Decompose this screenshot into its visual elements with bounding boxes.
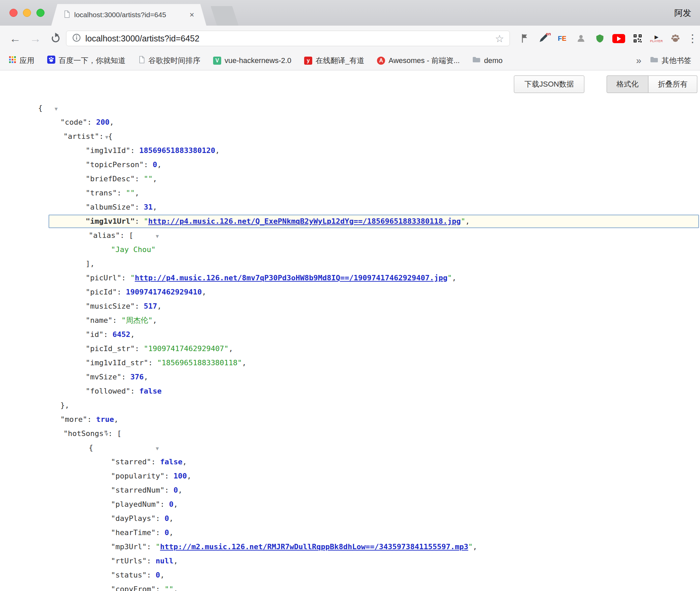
baidu-paw-icon [47, 56, 55, 66]
json-token: , [152, 316, 157, 324]
person-extension-icon[interactable] [574, 31, 588, 46]
translate-pen-extension-icon[interactable]: en [536, 31, 550, 46]
shield-extension-icon[interactable] [593, 31, 607, 46]
json-token: : [135, 344, 144, 353]
bookmark-google-sort[interactable]: 谷歌按时间排序 [138, 56, 200, 66]
json-line: "name": "周杰伦", [0, 313, 700, 328]
json-token: : [117, 189, 126, 197]
json-line: ▼"alias": [ [0, 228, 700, 243]
translate-en-label: en [546, 31, 551, 36]
youtube-extension-icon[interactable] [612, 31, 626, 46]
player-extension-icon[interactable]: ▶ PLAYER [649, 31, 664, 46]
json-token: { [108, 132, 113, 141]
json-token: , [242, 359, 246, 367]
youdao-icon: y [304, 57, 312, 65]
json-line: "picId": 19097417462929410, [0, 285, 700, 299]
json-token: , [187, 472, 191, 480]
minimize-window-button[interactable] [23, 9, 31, 17]
fullscreen-window-button[interactable] [36, 9, 45, 17]
address-bar[interactable]: localhost:3000/artists?id=6452 ☆ [66, 31, 510, 46]
json-viewer: ▼{"code": 200,▼"artist": {"img1v1Id": 18… [0, 101, 700, 591]
reload-button[interactable] [48, 31, 63, 46]
info-icon[interactable] [72, 33, 81, 44]
json-line: "hearTime": 0, [0, 526, 700, 540]
fe-extension-icon[interactable]: FE [555, 31, 569, 46]
bookmark-awesomes[interactable]: A Awesomes - 前端资... [377, 56, 460, 66]
back-button[interactable]: ← [7, 31, 23, 46]
json-token: 18569651883380120 [139, 146, 215, 155]
json-token: "more" [60, 415, 87, 424]
json-token: , [215, 146, 220, 155]
browser-tab[interactable]: localhost:3000/artists?id=645 × [51, 4, 206, 26]
json-url-link[interactable]: http://p4.music.126.net/Q_ExePNkmqB2yWyL… [148, 217, 461, 225]
json-token: : [165, 472, 174, 480]
json-token: "picId" [86, 288, 117, 296]
json-token: "18569651883380118" [157, 359, 242, 367]
json-line: "trans": "", [0, 186, 700, 200]
json-token: : [155, 514, 165, 523]
json-token: { [38, 104, 42, 112]
json-token: : [121, 274, 130, 282]
json-token: "dayPlays" [111, 514, 155, 523]
collapse-toggle-icon[interactable]: ▼ [156, 445, 159, 452]
json-url-link[interactable]: http://m2.music.126.net/RMJR7wDullRqppBk… [160, 542, 468, 551]
new-tab-button[interactable] [211, 6, 239, 26]
json-url-link[interactable]: http://p4.music.126.net/8mv7qP30Pd3oHW8b… [135, 274, 447, 282]
view-mode-segmented-control: 格式化 折叠所有 [607, 75, 697, 93]
bookmark-youdao-translate[interactable]: y 在线翻译_有道 [304, 56, 364, 66]
json-line: ], [0, 257, 700, 271]
browser-menu-icon[interactable]: ⋮ [687, 32, 697, 45]
json-line: "code": 200, [0, 115, 700, 129]
json-token: , [169, 514, 173, 523]
awesomes-icon: A [377, 57, 385, 65]
json-token: , [178, 486, 182, 494]
bookmark-star-icon[interactable]: ☆ [495, 33, 504, 44]
json-token: ], [86, 259, 95, 268]
json-line: "status": 0, [0, 568, 700, 582]
bookmark-apps[interactable]: 应用 [9, 56, 34, 66]
bookmark-demo-folder[interactable]: demo [472, 56, 502, 65]
json-token: : [135, 203, 144, 211]
json-token: "followed" [86, 387, 130, 395]
json-token: 0 [155, 571, 160, 579]
json-token: , [153, 175, 157, 183]
json-token: : [130, 387, 139, 395]
tab-close-icon[interactable]: × [189, 10, 194, 20]
bookmarks-bar: 应用 百度一下，你就知道 谷歌按时间排序 V vue-hackernews-2.… [0, 51, 700, 70]
close-window-button[interactable] [9, 9, 18, 17]
json-line: "followed": false [0, 384, 700, 398]
collapse-toggle-icon[interactable]: ▼ [156, 233, 159, 239]
json-token: : [135, 217, 144, 225]
json-token: : [135, 175, 144, 183]
paw-extension-icon[interactable] [668, 31, 682, 46]
json-token: "albumSize" [86, 203, 135, 211]
json-token: "rtUrls" [111, 557, 147, 565]
qrcode-extension-icon[interactable] [631, 31, 645, 46]
json-token: : [112, 316, 121, 324]
json-token: "img1v1Id" [86, 146, 130, 155]
json-token: 0 [165, 528, 169, 537]
json-token: "mvSize" [86, 373, 121, 381]
vue-icon: V [213, 57, 221, 65]
format-button[interactable]: 格式化 [607, 75, 648, 93]
flag-extension-icon[interactable] [517, 31, 531, 46]
json-line: ▼"hotSongs": [ [0, 427, 700, 441]
json-line: "mvSize": 376, [0, 370, 700, 384]
other-bookmarks-folder[interactable]: 其他书签 [650, 56, 691, 66]
download-json-button[interactable]: 下载JSON数据 [514, 75, 584, 93]
json-token: " [461, 217, 465, 225]
json-token: , [153, 203, 157, 211]
json-token: "trans" [86, 189, 117, 197]
collapse-all-button[interactable]: 折叠所有 [648, 75, 697, 93]
folder-icon [650, 56, 658, 65]
json-line: ▼"artist": { [0, 129, 700, 144]
bookmark-vue-hackernews[interactable]: V vue-hackernews-2.0 [213, 56, 291, 65]
json-token: false [160, 458, 182, 466]
json-token: : [147, 557, 156, 565]
json-line: "img1v1Id_str": "18569651883380118", [0, 356, 700, 370]
json-token: : [160, 500, 169, 508]
json-token: "" [144, 175, 153, 183]
bookmark-baidu[interactable]: 百度一下，你就知道 [47, 56, 125, 66]
collapse-toggle-icon[interactable]: ▼ [55, 106, 58, 112]
bookmarks-overflow-chevron[interactable]: » [636, 55, 641, 66]
